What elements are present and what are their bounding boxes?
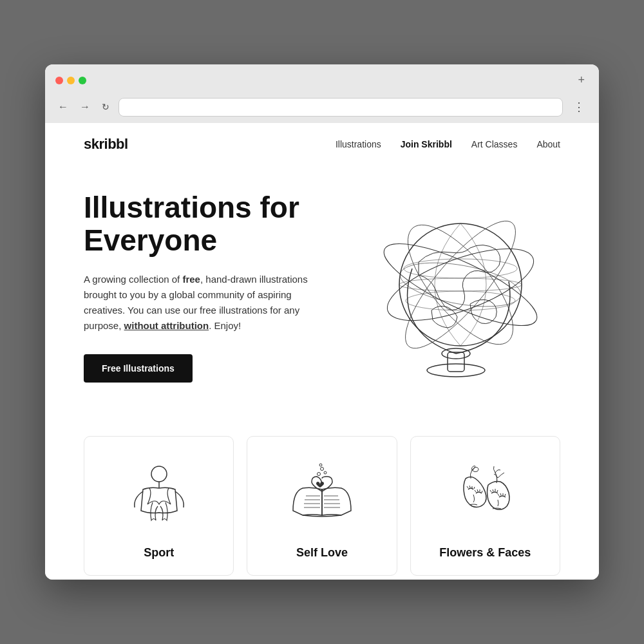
svg-point-8 (397, 255, 524, 314)
back-icon: ← (58, 101, 68, 112)
nav-bar: ← → ↻ ⋮ (45, 93, 599, 123)
site-nav: skribbl Illustrations Join Skribbl Art C… (45, 123, 599, 166)
svg-point-22 (317, 473, 320, 476)
traffic-lights (55, 77, 86, 84)
sport-card-title: Sport (144, 546, 174, 560)
svg-point-7 (390, 207, 531, 362)
svg-line-37 (497, 490, 498, 492)
new-tab-button[interactable]: + (574, 72, 589, 88)
nav-links: Illustrations Join Skribbl Art Classes A… (336, 139, 560, 149)
flowers-faces-card[interactable]: Flowers & Faces (410, 436, 560, 576)
svg-point-10 (399, 278, 522, 291)
svg-line-39 (500, 493, 501, 495)
svg-rect-1 (448, 352, 464, 372)
self-love-card[interactable]: Self Love (247, 436, 397, 576)
minimize-button[interactable] (67, 77, 75, 84)
back-button[interactable]: ← (55, 99, 71, 115)
svg-point-12 (151, 466, 167, 482)
hero-title: Illustrations for Everyone (84, 191, 316, 256)
maximize-button[interactable] (79, 77, 86, 84)
svg-line-29 (474, 487, 475, 489)
nav-link-about[interactable]: About (536, 139, 560, 149)
refresh-icon: ↻ (102, 102, 109, 112)
svg-line-41 (505, 494, 506, 496)
flowers-faces-card-title: Flowers & Faces (439, 546, 531, 560)
globe-illustration (361, 191, 541, 384)
nav-link-illustrations[interactable]: Illustrations (336, 139, 381, 149)
svg-point-24 (324, 471, 327, 474)
sport-card[interactable]: Sport (84, 436, 234, 576)
browser-menu-button[interactable]: ⋮ (569, 97, 589, 117)
self-love-card-title: Self Love (296, 546, 348, 560)
hero-image (341, 191, 560, 384)
hero-content: Illustrations for Everyone A growing col… (84, 191, 316, 383)
close-button[interactable] (55, 77, 63, 84)
forward-button[interactable]: → (77, 99, 93, 115)
svg-line-30 (475, 490, 476, 492)
desktop: + ← → ↻ ⋮ skribbl Il (0, 0, 644, 644)
svg-line-34 (490, 490, 491, 492)
hero-description: A growing collection of free, hand-drawn… (84, 272, 316, 334)
site-logo: skribbl (84, 136, 128, 153)
refresh-button[interactable]: ↻ (99, 99, 112, 115)
flowers-faces-illustration (446, 456, 524, 533)
nav-link-art-classes[interactable]: Art Classes (471, 139, 518, 149)
svg-point-9 (404, 259, 517, 278)
svg-line-35 (493, 489, 493, 491)
title-bar: + (45, 64, 599, 93)
svg-line-31 (477, 489, 478, 491)
website-content: skribbl Illustrations Join Skribbl Art C… (45, 123, 599, 580)
svg-line-38 (498, 494, 499, 496)
self-love-illustration (283, 456, 361, 533)
browser-chrome: + ← → ↻ ⋮ (45, 64, 599, 123)
cards-section: Sport (45, 423, 599, 580)
forward-icon: → (80, 101, 90, 112)
cta-button[interactable]: Free Illustrations (84, 354, 193, 383)
nav-link-join[interactable]: Join Skribbl (401, 139, 452, 149)
hero-section: Illustrations for Everyone A growing col… (45, 166, 599, 423)
svg-point-25 (319, 464, 322, 466)
sport-illustration (120, 456, 198, 533)
svg-line-26 (467, 486, 468, 488)
svg-line-33 (482, 491, 482, 493)
svg-point-23 (320, 468, 323, 471)
address-bar[interactable] (118, 98, 563, 117)
svg-line-27 (469, 486, 470, 488)
browser-window: + ← → ↻ ⋮ skribbl Il (45, 64, 599, 580)
svg-point-0 (427, 364, 485, 377)
